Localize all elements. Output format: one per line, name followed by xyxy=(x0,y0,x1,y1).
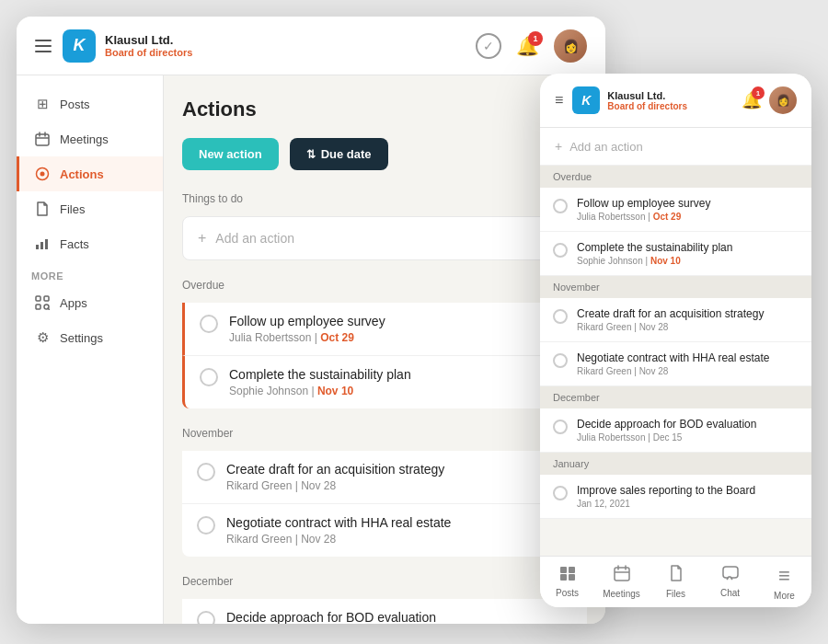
mobile-nav-more-label: More xyxy=(774,591,795,601)
mobile-nav-meetings[interactable]: Meetings xyxy=(594,557,649,607)
table-row[interactable]: Create draft for an acquisition strategy… xyxy=(182,451,587,504)
mobile-avatar[interactable]: 👩 xyxy=(769,86,797,114)
action-checkbox[interactable] xyxy=(197,611,215,624)
mobile-action-date: Nov 10 xyxy=(650,256,681,266)
action-checkbox[interactable] xyxy=(197,516,215,535)
sidebar-item-settings[interactable]: ⚙ Settings xyxy=(17,320,163,355)
sidebar-item-files[interactable]: Files xyxy=(17,191,163,226)
mobile-posts-icon xyxy=(559,566,576,585)
mobile-action-title: Improve sales reporting to the Board xyxy=(577,484,799,497)
mobile-checkbox[interactable] xyxy=(553,353,568,368)
actions-icon xyxy=(34,166,51,182)
due-date-button[interactable]: ⇅ Due date xyxy=(290,138,388,170)
mobile-nav-files-label: Files xyxy=(666,589,685,599)
mobile-action-person: Julia Robertsson xyxy=(577,432,645,443)
list-item[interactable]: Negotiate contract with HHA real estate … xyxy=(540,342,811,386)
sidebar-label-meetings: Meetings xyxy=(60,132,109,146)
mobile-december-header: December xyxy=(540,386,811,408)
table-row[interactable]: Negotiate contract with HHA real estate … xyxy=(182,504,587,557)
action-meta: Julia Robertsson | Oct 29 xyxy=(229,331,572,344)
add-action-text: Add an action xyxy=(215,231,294,246)
list-item[interactable]: Improve sales reporting to the Board Jan… xyxy=(540,475,811,519)
mobile-chat-icon xyxy=(722,566,739,585)
list-item[interactable]: Create draft for an acquisition strategy… xyxy=(540,298,811,342)
sidebar-item-apps[interactable]: Apps xyxy=(17,285,163,320)
mobile-january-header: January xyxy=(540,453,811,475)
mobile-notifications-button[interactable]: 🔔 1 xyxy=(742,90,762,110)
settings-icon: ⚙ xyxy=(34,329,51,346)
mobile-nav-posts[interactable]: Posts xyxy=(540,557,594,607)
action-checkbox[interactable] xyxy=(200,315,218,333)
mobile-action-meta: Rikard Green | Nov 28 xyxy=(577,322,799,332)
action-checkbox[interactable] xyxy=(197,463,215,481)
mobile-scroll-area: + Add an action Overdue Follow up employ… xyxy=(540,128,811,556)
mobile-org-name: Klausul Ltd. xyxy=(607,90,734,101)
check-button[interactable]: ✓ xyxy=(476,33,501,59)
mobile-action-info: Improve sales reporting to the Board Jan… xyxy=(577,484,799,509)
list-item[interactable]: Decide approach for BOD evaluation Julia… xyxy=(540,408,811,453)
table-row[interactable]: Decide approach for BOD evaluation Julia… xyxy=(182,599,587,624)
action-checkbox[interactable] xyxy=(200,368,218,386)
mobile-org-subtitle: Board of directors xyxy=(607,101,734,111)
mobile-checkbox[interactable] xyxy=(553,243,568,258)
mobile-action-title: Complete the sustainability plan xyxy=(577,241,799,254)
mobile-nav-chat[interactable]: Chat xyxy=(703,557,757,607)
mobile-nav-meetings-label: Meetings xyxy=(603,589,640,599)
svg-rect-18 xyxy=(615,568,629,581)
mobile-header: ≡ K Klausul Ltd. Board of directors 🔔 1 … xyxy=(540,74,811,128)
sidebar-item-actions[interactable]: Actions xyxy=(17,156,163,191)
mobile-action-meta: Jan 12, 2021 xyxy=(577,499,799,509)
mobile-action-title: Create draft for an acquisition strategy xyxy=(577,307,799,320)
new-action-button[interactable]: New action xyxy=(182,138,279,170)
svg-rect-7 xyxy=(40,242,43,249)
list-item[interactable]: Follow up employee survey Julia Robertss… xyxy=(540,188,811,232)
action-date: Nov 28 xyxy=(301,479,336,492)
table-row[interactable]: Follow up employee survey Julia Robertss… xyxy=(182,303,587,356)
mobile-action-date: Dec 15 xyxy=(653,432,683,443)
hamburger-button[interactable] xyxy=(35,40,52,52)
mobile-action-meta: Rikard Green | Nov 28 xyxy=(577,366,799,376)
mobile-hamburger-button[interactable]: ≡ xyxy=(555,92,563,109)
mobile-action-date: Oct 29 xyxy=(653,212,682,222)
mobile-checkbox[interactable] xyxy=(553,486,568,500)
mobile-checkbox[interactable] xyxy=(553,420,568,434)
desktop-app: K Klausul Ltd. Board of directors ✓ 🔔 1 … xyxy=(17,17,605,624)
toolbar: New action ⇅ Due date xyxy=(182,138,587,170)
sidebar-label-facts: Facts xyxy=(60,237,89,251)
sidebar-item-posts[interactable]: ⊞ Posts xyxy=(17,86,163,121)
november-header: November xyxy=(182,423,587,443)
svg-rect-8 xyxy=(45,239,48,249)
list-item[interactable]: Complete the sustainability plan Sophie … xyxy=(540,232,811,276)
main-content: Actions New action ⇅ Due date Things to … xyxy=(164,75,605,624)
mobile-action-info: Create draft for an acquisition strategy… xyxy=(577,307,799,332)
december-header: December xyxy=(182,571,587,592)
notifications-button[interactable]: 🔔 1 xyxy=(516,35,539,57)
desktop-header: K Klausul Ltd. Board of directors ✓ 🔔 1 … xyxy=(17,17,605,75)
sidebar-item-facts[interactable]: Facts xyxy=(17,226,163,261)
svg-rect-14 xyxy=(560,567,567,573)
logo-letter: K xyxy=(74,36,86,55)
table-row[interactable]: Complete the sustainability plan Sophie … xyxy=(182,356,587,408)
mobile-action-title: Follow up employee survey xyxy=(577,197,799,210)
mobile-action-title: Negotiate contract with HHA real estate xyxy=(577,351,799,364)
action-title: Negotiate contract with HHA real estate xyxy=(226,515,572,530)
november-section: November Create draft for an acquisition… xyxy=(182,423,587,557)
action-info: Complete the sustainability plan Sophie … xyxy=(229,367,572,397)
sidebar-label-files: Files xyxy=(60,202,85,216)
svg-line-13 xyxy=(48,308,50,310)
add-action-row[interactable]: + Add an action xyxy=(182,216,587,260)
mobile-nav-more[interactable]: ≡ More xyxy=(757,557,811,607)
mobile-add-action-row[interactable]: + Add an action xyxy=(540,128,811,166)
mobile-checkbox[interactable] xyxy=(553,309,568,324)
action-info: Decide approach for BOD evaluation Julia… xyxy=(226,610,572,624)
sidebar-label-settings: Settings xyxy=(60,331,103,345)
svg-rect-22 xyxy=(723,567,738,578)
mobile-logo: K xyxy=(572,86,600,114)
svg-rect-17 xyxy=(569,574,575,581)
mobile-checkbox[interactable] xyxy=(553,199,568,213)
mobile-nav-files[interactable]: Files xyxy=(649,557,703,607)
avatar[interactable]: 👩 xyxy=(554,29,587,63)
mobile-action-person: Julia Robertsson xyxy=(577,212,645,222)
sidebar-item-meetings[interactable]: Meetings xyxy=(17,121,163,156)
mobile-action-meta: Julia Robertsson | Oct 29 xyxy=(577,212,799,222)
